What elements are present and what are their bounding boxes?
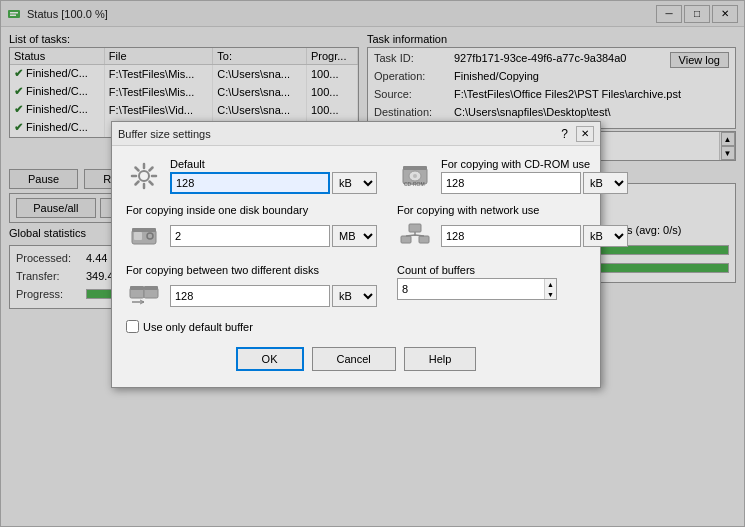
single-disk-icon — [126, 218, 162, 254]
svg-rect-19 — [144, 286, 158, 290]
spin-up-button[interactable]: ▲ — [545, 279, 556, 289]
inside-disk-input[interactable] — [170, 225, 330, 247]
default-input[interactable] — [170, 172, 330, 194]
between-disks-input-row: kB MB GB — [170, 285, 377, 307]
modal-left-col: Default kB MB GB — [126, 158, 377, 333]
buffer-dialog: Buffer size settings ? ✕ — [111, 121, 601, 388]
svg-line-8 — [136, 168, 139, 171]
count-buffers-input[interactable] — [398, 281, 544, 297]
help-button[interactable]: Help — [404, 347, 477, 371]
svg-line-30 — [406, 235, 415, 236]
between-disks-group: For copying between two different disks — [126, 264, 377, 314]
spinner-arrows: ▲ ▼ — [544, 279, 556, 299]
svg-line-10 — [150, 168, 153, 171]
inside-disk-label: For copying inside one disk boundary — [126, 204, 377, 216]
cdrom-input[interactable] — [441, 172, 581, 194]
between-disks-label: For copying between two different disks — [126, 264, 377, 276]
two-disks-icon — [126, 278, 162, 314]
modal-body: Default kB MB GB — [112, 146, 600, 387]
between-disks-field: kB MB GB — [126, 278, 377, 314]
use-default-buffer-label[interactable]: Use only default buffer — [143, 321, 253, 333]
between-disks-input[interactable] — [170, 285, 330, 307]
count-buffers-group: Count of buffers ▲ ▼ — [397, 264, 628, 300]
inside-disk-unit-select[interactable]: MB kB GB — [332, 225, 377, 247]
between-disks-unit-select[interactable]: kB MB GB — [332, 285, 377, 307]
modal-footer: OK Cancel Help — [126, 347, 586, 375]
network-icon — [397, 218, 433, 254]
cdrom-input-area: For copying with CD-ROM use kB MB GB — [441, 158, 628, 194]
cdrom-field-group: CD-ROM For copying with CD-ROM use kB MB — [397, 158, 628, 194]
svg-rect-14 — [134, 232, 142, 240]
modal-overlay: Buffer size settings ? ✕ — [1, 1, 744, 526]
gear-icon — [126, 158, 162, 194]
default-input-area: Default kB MB GB — [170, 158, 377, 194]
inside-disk-field: MB kB GB — [126, 218, 377, 254]
network-field: kB MB GB — [397, 218, 628, 254]
default-label: Default — [170, 158, 377, 170]
cdrom-icon: CD-ROM — [397, 158, 433, 194]
network-unit-select[interactable]: kB MB GB — [583, 225, 628, 247]
network-label: For copying with network use — [397, 204, 628, 216]
spin-down-button[interactable]: ▼ — [545, 289, 556, 299]
svg-line-31 — [415, 235, 424, 236]
help-question[interactable]: ? — [561, 127, 574, 141]
use-default-buffer-checkbox[interactable] — [126, 320, 139, 333]
default-input-row: kB MB GB — [170, 172, 377, 194]
svg-rect-27 — [401, 236, 411, 243]
network-input[interactable] — [441, 225, 581, 247]
modal-grid: Default kB MB GB — [126, 158, 586, 333]
main-window: Status [100.0 %] ─ □ ✕ List of tasks: St… — [0, 0, 745, 527]
svg-line-9 — [150, 182, 153, 185]
svg-rect-22 — [403, 166, 427, 170]
svg-rect-28 — [419, 236, 429, 243]
cdrom-label: For copying with CD-ROM use — [441, 158, 628, 170]
ok-button[interactable]: OK — [236, 347, 304, 371]
svg-rect-26 — [409, 224, 421, 232]
count-buffers-spinner: ▲ ▼ — [397, 278, 557, 300]
network-field-group: For copying with network use — [397, 204, 628, 254]
svg-text:CD-ROM: CD-ROM — [404, 181, 425, 187]
modal-controls: ? ✕ — [561, 126, 594, 142]
modal-close-button[interactable]: ✕ — [576, 126, 594, 142]
checkbox-row: Use only default buffer — [126, 320, 377, 333]
svg-point-3 — [139, 171, 149, 181]
cdrom-input-row: kB MB GB — [441, 172, 628, 194]
count-buffers-label: Count of buffers — [397, 264, 628, 276]
inside-disk-group: For copying inside one disk boundary — [126, 204, 377, 254]
default-field-group: Default kB MB GB — [126, 158, 377, 194]
cancel-button[interactable]: Cancel — [312, 347, 396, 371]
svg-rect-17 — [130, 286, 144, 290]
svg-point-24 — [413, 174, 417, 178]
svg-rect-13 — [132, 228, 156, 232]
default-unit-select[interactable]: kB MB GB — [332, 172, 377, 194]
svg-line-11 — [136, 182, 139, 185]
inside-disk-input-row: MB kB GB — [170, 225, 377, 247]
modal-title-bar: Buffer size settings ? ✕ — [112, 122, 600, 146]
modal-right-col: CD-ROM For copying with CD-ROM use kB MB — [397, 158, 628, 333]
modal-title: Buffer size settings — [118, 128, 211, 140]
network-input-row: kB MB GB — [441, 225, 628, 247]
cdrom-unit-select[interactable]: kB MB GB — [583, 172, 628, 194]
